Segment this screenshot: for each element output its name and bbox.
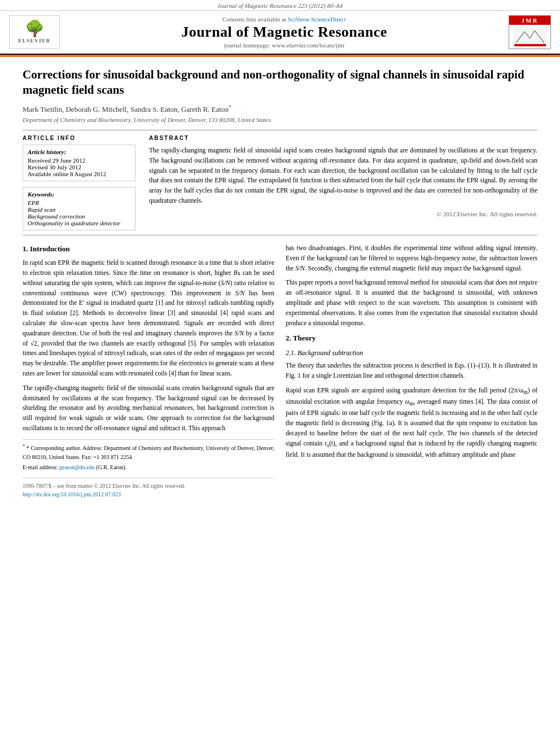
col2-para4: Rapid scan EPR signals are acquired usin…: [286, 386, 537, 460]
footnote-author-name: (G.R. Eaton).: [96, 464, 126, 470]
keyword-4: Orthogonality in quadrature detector: [28, 220, 130, 226]
authors-line: Mark Tseitlin, Deborah G. Mitchell, Sand…: [23, 104, 537, 114]
footnote-email-link[interactable]: geaton@du.edu: [59, 464, 95, 470]
journal-ref-text: Journal of Magnetic Resonance 223 (2012)…: [217, 2, 343, 9]
jmr-logo: JMR: [509, 15, 551, 49]
body-column-left: 1. Introduction In rapid scan EPR the ma…: [23, 243, 274, 499]
footnote-email-label: E-mail address:: [23, 464, 58, 470]
abstract-title: ABSTRACT: [149, 135, 537, 141]
keyword-2: Rapid scan: [28, 206, 130, 213]
footnote-star-text: * Corresponding author. Address: Departm…: [23, 445, 274, 460]
article-history-title: Article history:: [28, 148, 130, 155]
intro-para1: In rapid scan EPR the magnetic field is …: [23, 258, 274, 379]
sciverse-anchor[interactable]: SciVerse ScienceDirect: [288, 16, 346, 23]
footer-doi: http://dx.doi.org/10.1016/j.jmr.2012.07.…: [23, 490, 274, 499]
elsevier-logo: 🌳 ELSEVIER: [9, 15, 60, 49]
main-content: Corrections for sinusoidal background an…: [0, 57, 560, 509]
col2-para1: has two disadvantages. First, it doubles…: [286, 243, 537, 273]
phase-word: phase: [501, 451, 515, 458]
received-date: Received 29 June 2012: [28, 157, 130, 164]
footnote-star-line: * * Corresponding author. Address: Depar…: [23, 443, 274, 461]
abstract-divider: [23, 235, 537, 235]
footnote-star-marker: *: [23, 444, 25, 449]
col2-para3: The theory that underlies the subtractio…: [286, 361, 537, 381]
svg-rect-5: [514, 44, 546, 46]
footnote-email-line: E-mail address: geaton@du.edu (G.R. Eato…: [23, 463, 274, 472]
intro-para2: The rapidly-changing magnetic field of t…: [23, 383, 274, 434]
elsevier-wordmark: ELSEVIER: [18, 38, 51, 43]
elsevier-tree-icon: 🌳: [25, 21, 45, 37]
section1-heading: 1. Introduction: [23, 243, 274, 255]
body-columns: 1. Introduction In rapid scan EPR the ma…: [23, 243, 537, 499]
revised-date: Revised 30 July 2012: [28, 164, 130, 171]
article-title: Corrections for sinusoidal background an…: [23, 67, 537, 98]
jmr-logo-label: JMR: [509, 16, 550, 25]
keywords-box: Keywords: EPR Rapid scan Background corr…: [23, 187, 135, 230]
article-history-box: Article history: Received 29 June 2012 R…: [23, 145, 135, 181]
keyword-1: EPR: [28, 199, 130, 206]
journal-title: Journal of Magnetic Resonance: [60, 24, 509, 41]
header-center: Contents lists available at SciVerse Sci…: [60, 16, 509, 49]
article-info-panel: ARTICLE INFO Article history: Received 2…: [23, 135, 135, 230]
journal-header: 🌳 ELSEVIER Contents lists available at S…: [0, 11, 560, 55]
available-date: Available online 8 August 2012: [28, 171, 130, 177]
footer-doi-link[interactable]: http://dx.doi.org/10.1016/j.jmr.2012.07.…: [23, 491, 121, 497]
info-abstract-section: ARTICLE INFO Article history: Received 2…: [23, 135, 537, 230]
body-column-right: has two disadvantages. First, it doubles…: [286, 243, 537, 499]
abstract-copyright: © 2012 Elsevier Inc. All rights reserved…: [149, 211, 537, 217]
affiliation-line: Department of Chemistry and Biochemistry…: [23, 116, 537, 123]
abstract-panel: ABSTRACT The rapidly-changing magnetic f…: [149, 135, 537, 230]
footer-area: 1090-7807/$ – see front matter © 2012 El…: [23, 478, 274, 499]
abstract-text: The rapidly-changing magnetic field of s…: [149, 146, 537, 206]
header-divider: [23, 130, 537, 130]
corresponding-marker: *: [229, 104, 231, 110]
footer-issn: 1090-7807/$ – see front matter © 2012 El…: [23, 482, 274, 491]
section2-heading: 2. Theory: [286, 333, 537, 344]
keyword-3: Background correction: [28, 213, 130, 220]
col2-para2: This paper reports a novel background re…: [286, 278, 537, 328]
journal-homepage: journal homepage: www.elsevier.com/locat…: [60, 42, 509, 49]
subsection21-heading: 2.1. Background subtraction: [286, 348, 537, 359]
footnote-area: * * Corresponding author. Address: Depar…: [23, 439, 274, 472]
jmr-logo-image: [509, 25, 550, 49]
sciverse-link: Contents lists available at SciVerse Sci…: [60, 16, 509, 23]
keywords-title: Keywords:: [28, 191, 130, 198]
authors-text: Mark Tseitlin, Deborah G. Mitchell, Sand…: [23, 105, 231, 113]
article-info-title: ARTICLE INFO: [23, 135, 135, 141]
journal-reference-bar: Journal of Magnetic Resonance 223 (2012)…: [0, 0, 560, 11]
